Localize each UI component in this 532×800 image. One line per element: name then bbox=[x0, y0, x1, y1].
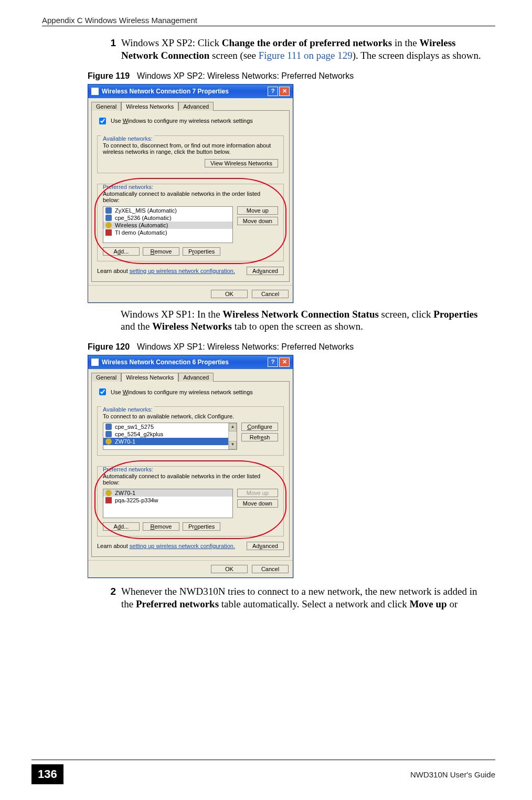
move-up-button[interactable]: Move up bbox=[237, 489, 278, 497]
list-item[interactable]: ZyXEL_MIS (Automatic) bbox=[103, 207, 232, 214]
network-name: Wireless (Automatic) bbox=[115, 222, 168, 228]
figure-120-caption: Figure 120Windows XP SP1: Wireless Netwo… bbox=[88, 342, 490, 352]
network-name: cpe_5236 (Automatic) bbox=[115, 215, 172, 221]
preferred-networks-listbox[interactable]: ZW70-1 pqa-3225-p334w bbox=[103, 489, 233, 518]
list-item[interactable]: pqa-3225-p334w bbox=[103, 497, 232, 504]
ok-button[interactable]: OK bbox=[211, 565, 248, 573]
list-item[interactable]: cpe_sw1_5275 bbox=[103, 423, 237, 430]
close-button[interactable]: ✕ bbox=[279, 87, 290, 96]
use-windows-checkbox-label[interactable]: Use Windows to configure my wireless net… bbox=[97, 387, 284, 397]
preferred-networks-group: Automatically connect to available netwo… bbox=[97, 184, 284, 261]
add-button[interactable]: Add... bbox=[103, 522, 140, 531]
learn-link[interactable]: setting up wireless network configuratio… bbox=[130, 543, 235, 549]
tab-panel: Use Windows to configure my wireless net… bbox=[91, 110, 290, 282]
dialog-footer: OK Cancel bbox=[88, 560, 293, 577]
learn-about-text: Learn about setting up wireless network … bbox=[97, 268, 235, 274]
use-windows-checkbox[interactable] bbox=[99, 118, 106, 124]
adv-post: anced bbox=[262, 543, 278, 549]
network-name: cpe_sw1_5275 bbox=[115, 424, 154, 430]
use-windows-label: Use Windows to configure my wireless net… bbox=[111, 389, 253, 395]
network-icon bbox=[105, 424, 112, 430]
advanced-button[interactable]: Advanced bbox=[247, 542, 284, 550]
tab-general[interactable]: General bbox=[91, 373, 121, 382]
tab-panel: Use Windows to configure my wireless net… bbox=[91, 381, 290, 557]
tab-wireless-networks[interactable]: Wireless Networks bbox=[121, 373, 178, 382]
tab-general[interactable]: General bbox=[91, 102, 121, 111]
step-1: 1 Windows XP SP2: Click Change the order… bbox=[102, 37, 490, 62]
header-rule bbox=[42, 26, 495, 26]
available-networks-listbox[interactable]: cpe_sw1_5275 cpe_5254_g2kplus ZW70-1 ▲ ▼ bbox=[103, 423, 237, 450]
window-title: Wireless Network Connection 7 Properties bbox=[102, 88, 229, 95]
step-2-b2: Move up bbox=[409, 598, 446, 609]
add-post: d... bbox=[121, 248, 129, 255]
adv-pre: Ad bbox=[252, 543, 259, 549]
sp1-paragraph: Windows XP SP1: In the Wireless Network … bbox=[121, 308, 490, 333]
properties-button[interactable]: Properties bbox=[183, 247, 220, 256]
chk-u: W bbox=[123, 389, 128, 395]
page-footer: 136 NWD310N User's Guide bbox=[31, 760, 495, 784]
move-down-button[interactable]: Move down bbox=[237, 499, 278, 508]
p-b3: Wireless Networks bbox=[152, 321, 232, 332]
step-2-number: 2 bbox=[102, 585, 121, 610]
remove-button[interactable]: Remove bbox=[143, 247, 179, 256]
use-windows-checkbox-label[interactable]: Use Windows to configure my wireless net… bbox=[97, 116, 284, 126]
figure-111-link[interactable]: Figure 111 on page 129 bbox=[259, 50, 353, 61]
add-button[interactable]: Add... bbox=[103, 247, 140, 256]
ok-button[interactable]: OK bbox=[211, 290, 248, 298]
view-wireless-networks-button[interactable]: View Wireless Networks bbox=[205, 159, 278, 167]
remove-button[interactable]: Remove bbox=[143, 522, 179, 531]
props-post: operties bbox=[194, 248, 215, 255]
step-2-text: Whenever the NWD310N tries to connect to… bbox=[121, 585, 490, 610]
list-item[interactable]: cpe_5236 (Automatic) bbox=[103, 214, 232, 222]
cancel-button[interactable]: Cancel bbox=[252, 565, 289, 573]
list-item[interactable]: Wireless (Automatic) bbox=[103, 222, 232, 229]
window-icon bbox=[91, 359, 99, 366]
step-1-bold1: Change the order of preferred networks bbox=[222, 37, 392, 48]
properties-button[interactable]: Properties bbox=[183, 522, 220, 531]
available-networks-group: To connect to an available network, clic… bbox=[97, 406, 284, 456]
scroll-up-icon[interactable]: ▲ bbox=[229, 423, 237, 431]
advanced-button[interactable]: Advanced bbox=[247, 267, 284, 275]
help-button[interactable]: ? bbox=[268, 357, 278, 367]
refresh-button[interactable]: Refresh bbox=[241, 433, 278, 441]
use-windows-checkbox[interactable] bbox=[99, 388, 106, 395]
preferred-networks-group: Automatically connect to available netwo… bbox=[97, 466, 284, 536]
configure-button[interactable]: Configure bbox=[241, 423, 278, 431]
help-button[interactable]: ? bbox=[268, 87, 278, 96]
network-icon bbox=[105, 438, 112, 445]
figure-120-title: Windows XP SP1: Wireless Networks: Prefe… bbox=[137, 342, 354, 351]
add-pre: A bbox=[114, 248, 118, 255]
tab-wireless-networks[interactable]: Wireless Networks bbox=[121, 102, 178, 111]
move-up-button[interactable]: Move up bbox=[237, 206, 278, 215]
p-b2: Properties bbox=[433, 309, 477, 320]
scroll-down-icon[interactable]: ▼ bbox=[229, 441, 237, 449]
available-networks-text: To connect to an available network, clic… bbox=[103, 413, 278, 419]
xp-dialog-sp1: Wireless Network Connection 6 Properties… bbox=[88, 355, 293, 578]
cancel-button[interactable]: Cancel bbox=[252, 290, 289, 298]
scrollbar[interactable]: ▲ ▼ bbox=[228, 423, 237, 449]
tab-advanced[interactable]: Advanced bbox=[178, 102, 214, 111]
network-name: cpe_5254_g2kplus bbox=[115, 431, 163, 437]
step-1-mid1: in the bbox=[392, 37, 419, 48]
list-item[interactable]: ZW70-1 bbox=[103, 438, 237, 445]
list-item[interactable]: cpe_5254_g2kplus bbox=[103, 430, 237, 438]
list-item[interactable]: ZW70-1 bbox=[103, 489, 232, 497]
running-header: Appendix C Windows Wireless Management bbox=[42, 16, 495, 25]
p-b1: Wireless Network Connection Status bbox=[222, 309, 379, 320]
move-down-button[interactable]: Move down bbox=[237, 217, 278, 225]
titlebar[interactable]: Wireless Network Connection 6 Properties… bbox=[88, 355, 293, 369]
remove-post: emove bbox=[154, 248, 172, 255]
move-down-label: Move down bbox=[243, 218, 272, 224]
titlebar[interactable]: Wireless Network Connection 7 Properties… bbox=[88, 85, 293, 98]
step-2-tail: or bbox=[447, 598, 458, 609]
learn-link[interactable]: setting up wireless network configuratio… bbox=[130, 268, 235, 274]
remove-post: emove bbox=[154, 523, 172, 530]
move-down-label: Move down bbox=[243, 500, 272, 507]
close-button[interactable]: ✕ bbox=[279, 357, 290, 367]
props-post: perties bbox=[197, 523, 215, 530]
network-icon bbox=[105, 497, 112, 503]
list-item[interactable]: TI demo (Automatic) bbox=[103, 229, 232, 236]
step-1-pre: Windows XP SP2: Click bbox=[121, 37, 222, 48]
tab-advanced[interactable]: Advanced bbox=[178, 373, 214, 382]
preferred-networks-listbox[interactable]: ZyXEL_MIS (Automatic) cpe_5236 (Automati… bbox=[103, 206, 233, 243]
